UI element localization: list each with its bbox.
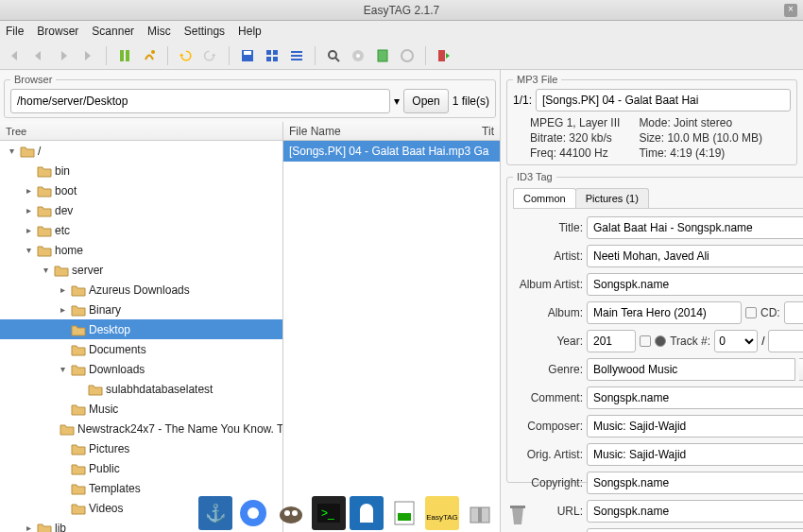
expand-icon[interactable]: ▸	[23, 185, 34, 196]
dock-easytag-icon[interactable]: EasyTAG	[425, 496, 459, 530]
path-input[interactable]	[10, 89, 390, 113]
tree-item[interactable]: ▸etc	[0, 220, 282, 240]
tab-common[interactable]: Common	[513, 188, 576, 208]
comment-input[interactable]	[587, 386, 803, 409]
tree-item[interactable]: Newstrack24x7 - The Name You Know. T	[0, 419, 282, 438]
tree-item[interactable]: ▾home	[0, 240, 282, 260]
expand-icon[interactable]: ▾	[57, 364, 68, 374]
col-title[interactable]: Tit	[482, 125, 494, 138]
tree-item[interactable]: ▸boot	[0, 180, 282, 200]
label-origartist: Orig. Artist:	[513, 448, 583, 461]
dock-terminal-icon[interactable]: >_	[312, 496, 346, 530]
expand-icon[interactable]: ▸	[57, 284, 68, 295]
tree-item[interactable]: Desktop	[0, 319, 282, 339]
encoded-input[interactable]	[587, 528, 803, 532]
menu-settings[interactable]: Settings	[184, 25, 225, 38]
cddb-icon[interactable]	[348, 45, 368, 66]
tree-item[interactable]: Templates	[0, 478, 282, 498]
tree-item[interactable]: ▸dev	[0, 200, 282, 220]
url-input[interactable]	[587, 500, 803, 523]
tracktotal-input[interactable]	[768, 330, 803, 352]
next-icon[interactable]	[53, 45, 74, 66]
cb-album[interactable]	[745, 307, 757, 318]
folder-icon	[37, 164, 52, 178]
expand-icon[interactable]: ▾	[6, 146, 17, 156]
tree-item[interactable]: Public	[0, 458, 282, 478]
radio-track[interactable]	[655, 335, 666, 347]
albumartist-input[interactable]	[587, 273, 803, 296]
svg-point-2	[151, 50, 155, 54]
tree-view[interactable]: ▾/bin▸boot▸dev▸etc▾home▾server▸Azureus D…	[0, 141, 282, 532]
menu-file[interactable]: File	[6, 25, 24, 38]
search-icon[interactable]	[323, 45, 344, 66]
tree-item[interactable]: ▾Downloads	[0, 359, 282, 379]
playlist-icon[interactable]	[372, 45, 393, 66]
path-dropdown-icon[interactable]: ▾	[394, 94, 400, 108]
track-select[interactable]: 0	[714, 330, 758, 352]
stop-icon[interactable]	[397, 45, 418, 66]
tree-label: sulabhdatabaselatest	[106, 383, 213, 396]
dock-trash-icon[interactable]	[501, 496, 535, 530]
file-list[interactable]: [Songs.PK] 04 - Galat Baat Hai.mp3 Ga	[283, 141, 500, 532]
file-row[interactable]: [Songs.PK] 04 - Galat Baat Hai.mp3 Ga	[283, 141, 500, 162]
cd-input[interactable]	[784, 301, 803, 324]
tree-label: Pictures	[89, 442, 129, 455]
expand-icon[interactable]: ▾	[40, 265, 51, 275]
save-icon[interactable]	[237, 45, 258, 66]
title-input[interactable]	[587, 216, 803, 239]
first-icon[interactable]	[4, 45, 25, 66]
copyright-input[interactable]	[587, 472, 803, 494]
expand-icon[interactable]: ▸	[23, 523, 34, 532]
tree-item[interactable]: ▸Binary	[0, 300, 282, 319]
tree-item[interactable]: Documents	[0, 339, 282, 359]
expand-icon[interactable]: ▸	[23, 225, 34, 235]
scan-icon[interactable]	[114, 45, 135, 66]
dock-archive-icon[interactable]	[463, 496, 497, 530]
dock-libreoffice-icon[interactable]	[387, 496, 421, 530]
dock-app1-icon[interactable]	[350, 496, 384, 530]
genre-input[interactable]	[587, 358, 795, 381]
svg-point-12	[329, 51, 336, 59]
mp3-meta-col1: MPEG 1, Layer III Bitrate: 320 kb/s Freq…	[530, 115, 620, 161]
remove-tag-icon[interactable]	[139, 45, 160, 66]
genre-dropdown-icon[interactable]: ▾	[799, 358, 803, 381]
menu-browser[interactable]: Browser	[37, 25, 78, 38]
artist-input[interactable]	[587, 245, 803, 267]
album-input[interactable]	[587, 301, 742, 324]
col-filename[interactable]: File Name	[289, 125, 482, 138]
tree-item[interactable]: Pictures	[0, 438, 282, 458]
tree-item[interactable]: ▾/	[0, 141, 282, 161]
exit-icon[interactable]	[434, 45, 454, 66]
expand-icon[interactable]: ▸	[57, 304, 68, 315]
menu-scanner[interactable]: Scanner	[92, 25, 134, 38]
browse-icon[interactable]	[262, 45, 282, 66]
menu-help[interactable]: Help	[238, 25, 262, 38]
undo-icon[interactable]	[176, 45, 196, 66]
open-button[interactable]: Open	[403, 89, 448, 113]
year-input[interactable]	[587, 330, 636, 352]
filename-input[interactable]	[536, 89, 791, 112]
browser-panel: Browser ▾ Open 1 file(s)	[4, 74, 496, 118]
origartist-input[interactable]	[587, 443, 803, 466]
close-icon[interactable]: ×	[784, 4, 797, 17]
tree-item[interactable]: ▸Azureus Downloads	[0, 280, 282, 300]
menu-misc[interactable]: Misc	[147, 25, 171, 38]
tree-label: Azureus Downloads	[89, 283, 190, 297]
last-icon[interactable]	[77, 45, 98, 66]
tree-item[interactable]: Music	[0, 399, 282, 419]
dock-anchor-icon[interactable]: ⚓	[198, 496, 232, 530]
toolbar	[0, 42, 803, 70]
dock-gimp-icon[interactable]	[274, 496, 308, 530]
cb-year[interactable]	[640, 335, 651, 347]
redo-icon[interactable]	[200, 45, 221, 66]
tree-item[interactable]: bin	[0, 161, 282, 180]
expand-icon[interactable]: ▾	[23, 245, 34, 255]
composer-input[interactable]	[587, 415, 803, 438]
prev-icon[interactable]	[28, 45, 49, 66]
tree-item[interactable]: ▾server	[0, 260, 282, 280]
expand-icon[interactable]: ▸	[23, 205, 34, 215]
tab-pictures[interactable]: Pictures (1)	[575, 188, 649, 208]
tree-item[interactable]: sulabhdatabaselatest	[0, 379, 282, 399]
dock-chrome-icon[interactable]	[236, 496, 270, 530]
list-icon[interactable]	[286, 45, 307, 66]
